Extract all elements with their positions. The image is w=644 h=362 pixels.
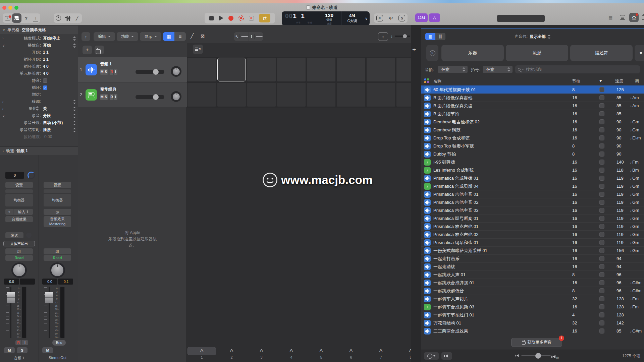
loop-row[interactable]: 一起走踏钹1694 xyxy=(421,262,644,270)
view-menu-button[interactable]: 显示 xyxy=(140,32,161,41)
grid-cell[interactable] xyxy=(396,58,411,81)
edit-menu-button[interactable]: 编辑 xyxy=(94,32,115,41)
inspector-row[interactable]: 原始速度:-0.00 xyxy=(0,133,78,140)
eq-slot[interactable]: 均衡器 xyxy=(5,194,33,206)
master-volume-bar[interactable] xyxy=(497,15,545,22)
stepper-icon[interactable] xyxy=(73,100,76,104)
loop-favorite-checkbox[interactable] xyxy=(599,95,604,100)
loop-favorite-checkbox[interactable] xyxy=(599,328,604,334)
clear-overload-button[interactable]: × xyxy=(375,13,384,23)
loop-row[interactable]: Prismatica 吉他主音 0216119♪Gm xyxy=(421,198,644,206)
performance-recording-button[interactable]: R xyxy=(193,45,203,54)
track-monitor-button[interactable]: I xyxy=(114,94,117,100)
track-record-button[interactable]: R xyxy=(110,69,114,75)
divider-toggle-icon[interactable]: ◀▶ xyxy=(412,48,416,51)
keyword-genre-button[interactable]: 流派 xyxy=(506,45,568,61)
record-enable-button[interactable]: R xyxy=(15,340,22,345)
cell-inspector-header[interactable]: ∨单元格: 空音频单元格 xyxy=(0,26,78,34)
preview-mute-button[interactable] xyxy=(441,352,452,360)
sound-pack-selector[interactable]: 声音包:显示全部 xyxy=(421,34,644,40)
selected-grid-cell[interactable] xyxy=(217,58,246,81)
loop-favorite-checkbox[interactable] xyxy=(599,192,604,197)
grid-cell[interactable] xyxy=(217,83,246,107)
loop-row[interactable]: ♪Prismatica 合成贝斯 0416119♪Gm xyxy=(421,182,644,190)
browsers-button[interactable] xyxy=(640,13,644,22)
row-value[interactable]: 4 0 xyxy=(43,70,49,77)
grid-cell[interactable] xyxy=(277,83,306,107)
signature-filter-select[interactable]: 任意 xyxy=(483,66,513,73)
inspector-row[interactable]: ›量化关 xyxy=(0,105,78,112)
inspector-row[interactable]: 循环开始:1 1 xyxy=(0,56,78,63)
track-volume-slider[interactable] xyxy=(136,70,164,74)
stop-button[interactable] xyxy=(209,16,214,20)
loop-row[interactable]: Prismatica 吉他主音 0316119♪Gm xyxy=(421,206,644,214)
inspector-row[interactable]: ∨播放自:开始 xyxy=(0,42,78,49)
add-track-button[interactable]: + xyxy=(83,46,92,54)
gain-value-field[interactable]: 0 xyxy=(5,172,24,179)
loop-row[interactable]: B 面片段节拍1685 xyxy=(421,110,644,118)
row-checkbox[interactable] xyxy=(43,78,47,83)
grid-view-button[interactable]: ▦ xyxy=(163,32,174,41)
loop-row[interactable]: 三三两两合成效果1685♪G#m xyxy=(421,327,644,335)
keyword-descriptor-button[interactable]: 描述符 xyxy=(570,45,633,61)
capture-record-button[interactable] xyxy=(238,15,244,21)
loop-favorite-checkbox[interactable] xyxy=(599,240,604,245)
loop-favorite-checkbox[interactable] xyxy=(599,232,604,237)
smart-controls-button[interactable] xyxy=(54,13,63,23)
volume-value-field[interactable]: 0.0 xyxy=(42,279,57,285)
grid-cell[interactable] xyxy=(187,58,216,81)
gain-knob[interactable] xyxy=(28,172,35,179)
get-more-sounds-button[interactable]: 获取更多声音 1 xyxy=(511,338,562,347)
grid-cell[interactable] xyxy=(277,58,306,81)
text-tool-button[interactable]: I xyxy=(249,32,263,41)
stepper-icon[interactable] xyxy=(73,107,76,111)
row-value[interactable]: 1 1 xyxy=(43,56,49,63)
audio-fx-slot[interactable]: 音频效果 xyxy=(5,216,33,222)
loop-favorite-checkbox[interactable] xyxy=(599,256,604,261)
track-solo-button[interactable]: S xyxy=(104,69,108,75)
loop-favorite-checkbox[interactable] xyxy=(599,304,604,309)
row-value[interactable]: -0.00 xyxy=(43,133,52,140)
keyword-instrument-button[interactable]: 乐器 xyxy=(441,45,504,61)
loop-row[interactable]: 一起骑车人声切片32128♪Fm xyxy=(421,295,644,303)
row-value[interactable]: 开始 xyxy=(43,42,51,49)
track-record-button[interactable]: R xyxy=(110,94,114,100)
clear-keywords-button[interactable]: × xyxy=(426,45,438,61)
row-value[interactable]: 4 0 xyxy=(43,63,49,70)
toolbar-toggle-button[interactable]: ↓ xyxy=(31,13,40,23)
loop-row[interactable]: Drop Top 独奏小军鼓890 xyxy=(421,142,644,150)
loop-row[interactable]: ♪I-95 硅弹拨16140♪Fm xyxy=(421,158,644,166)
grid-cell[interactable] xyxy=(337,58,365,81)
loop-row[interactable]: Drop Top 合成和弦1690♪E♭m xyxy=(421,134,644,142)
column-key[interactable]: 调 xyxy=(635,78,639,84)
loop-favorite-checkbox[interactable] xyxy=(599,143,604,148)
preview-volume-slider[interactable] xyxy=(521,355,551,356)
pan-knob[interactable] xyxy=(51,264,63,276)
zoom-slider[interactable] xyxy=(395,36,410,37)
functions-menu-button[interactable]: 功能 xyxy=(117,32,138,41)
stepper-icon[interactable] xyxy=(73,43,76,48)
row-checkbox[interactable]: ✓ xyxy=(43,85,47,90)
row-value[interactable]: 播放 xyxy=(43,126,51,133)
loop-favorite-checkbox[interactable] xyxy=(599,103,604,108)
apple-loops-button[interactable]: Ω xyxy=(629,13,639,22)
loop-row[interactable]: 一起跳跃人声 01896 xyxy=(421,270,644,279)
count-in-button[interactable]: 1234 xyxy=(415,13,428,22)
grid-cell[interactable] xyxy=(307,58,335,81)
channel-name[interactable]: 音频 1 xyxy=(1,356,38,361)
loop-favorite-checkbox[interactable] xyxy=(599,208,604,213)
row-value[interactable]: 分段 xyxy=(43,112,51,119)
cell-record-button[interactable] xyxy=(249,16,254,21)
loop-search-field[interactable]: 搜索乐段 xyxy=(515,65,640,73)
lcd-expand-chevron[interactable]: ∨ xyxy=(363,11,370,25)
track-header-1[interactable]: 1 音频 1 MS RI xyxy=(78,57,187,82)
volume-fader[interactable] xyxy=(45,292,53,303)
grid-cell[interactable] xyxy=(247,83,276,107)
lcd-display[interactable]: 001 1 小节 节拍 120 保留 速度 4/4 C大调 ∨ xyxy=(282,11,370,25)
loop-row[interactable]: 一起跳跃合成弹拨 011696♪C#m xyxy=(421,279,644,287)
send-slot[interactable]: 发送 xyxy=(5,232,23,238)
column-beats[interactable]: 节拍 xyxy=(572,78,580,84)
track-header-2[interactable]: 2 奢华经典 MS RI xyxy=(78,82,187,107)
track-mute-button[interactable]: M xyxy=(100,94,104,100)
grid-cell[interactable] xyxy=(396,83,411,107)
